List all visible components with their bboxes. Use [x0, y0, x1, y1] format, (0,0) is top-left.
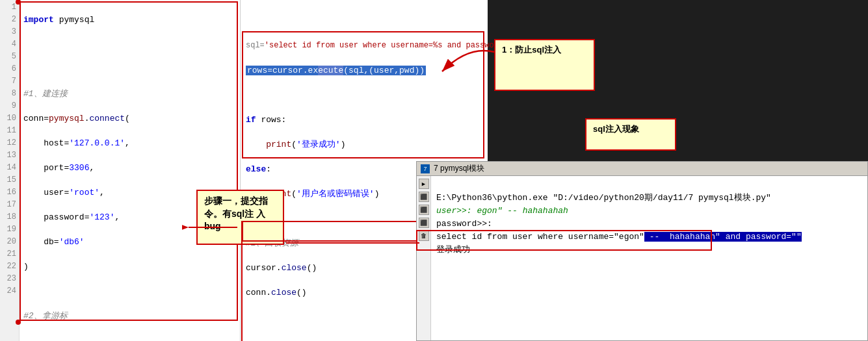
left-code-content: import pymysql #1、建连接 conn=pymysql.conne… [20, 0, 240, 341]
term-btn-1[interactable]: ▶ [419, 179, 429, 189]
line-numbers: 12345 678910 1112131415 1617181920 21222… [0, 0, 20, 341]
terminal-body: ▶ ⬛ ⬛ ⬛ 🗑 E:\Python36\python.exe "D:/vid… [417, 176, 867, 340]
annotation-step-one: 步骤一，提交指 令。有sql注 入bug [196, 190, 284, 245]
terminal-titlebar: 7 7 pymysql模块 [417, 162, 867, 176]
term-btn-2[interactable]: ⬛ [419, 192, 429, 202]
terminal-panel: 7 7 pymysql模块 ▶ ⬛ ⬛ ⬛ 🗑 E:\Python36\pyth… [416, 161, 868, 341]
term-btn-5[interactable]: 🗑 [419, 231, 429, 241]
term-btn-4[interactable]: ⬛ [419, 218, 429, 228]
terminal-sidebar: ▶ ⬛ ⬛ ⬛ 🗑 [417, 176, 431, 340]
terminal-path: E:\Python36\python.exe "D:/video/python2… [436, 193, 771, 203]
terminal-password-line: password>>: [436, 219, 492, 229]
left-editor: 12345 678910 1112131415 1617181920 21222… [0, 0, 241, 341]
terminal-title: 7 pymysql模块 [434, 163, 484, 174]
annotation-sql-injection: sql注入现象 [585, 118, 676, 151]
bottom-left-dot [16, 320, 21, 325]
terminal-sql-line: select id from user where username="egon… [436, 232, 802, 242]
terminal-icon: 7 [421, 164, 430, 173]
term-btn-3[interactable]: ⬛ [419, 205, 429, 215]
annotation-prevent-sql: 1：防止sql注入 [494, 39, 595, 91]
terminal-user-line: user>>: egon" -- hahahahah [436, 206, 568, 216]
terminal-content: E:\Python36\python.exe "D:/video/python2… [431, 176, 867, 340]
terminal-success-line: 登录成功 [436, 245, 470, 255]
